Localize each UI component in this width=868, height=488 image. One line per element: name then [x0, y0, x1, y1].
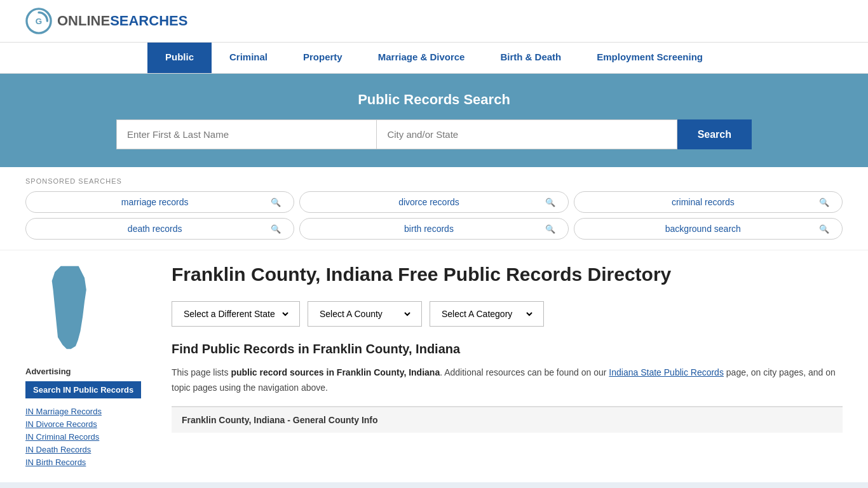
sponsored-birth-text: birth records — [313, 224, 545, 234]
sidebar-link-divorce[interactable]: IN Divorce Records — [25, 419, 97, 429]
county-dropdown-container[interactable]: Select A County — [308, 301, 422, 327]
site-header: G ONLINESEARCHES — [0, 0, 868, 43]
find-records-title: Find Public Records in Franklin County, … — [172, 342, 843, 356]
nav-criminal[interactable]: Criminal — [212, 43, 285, 73]
logo[interactable]: G ONLINESEARCHES — [25, 8, 187, 34]
sidebar-link-marriage[interactable]: IN Marriage Records — [25, 407, 102, 416]
description-before: This page lists — [172, 367, 231, 377]
sponsored-marriage[interactable]: marriage records 🔍 — [25, 191, 294, 213]
sponsored-grid: marriage records 🔍 divorce records 🔍 cri… — [25, 191, 843, 240]
page-title: Franklin County, Indiana Free Public Rec… — [172, 263, 843, 286]
main-nav: Public Criminal Property Marriage & Divo… — [0, 43, 868, 74]
search-hero: Public Records Search Search — [0, 74, 868, 167]
indiana-records-link[interactable]: Indiana State Public Records — [609, 367, 724, 377]
search-hero-title: Public Records Search — [25, 92, 843, 108]
sponsored-death[interactable]: death records 🔍 — [25, 218, 294, 240]
sponsored-birth[interactable]: birth records 🔍 — [299, 218, 568, 240]
general-info-bar: Franklin County, Indiana - General Count… — [172, 406, 843, 433]
description-after: . Additional resources can be found on o… — [440, 367, 609, 377]
county-dropdown[interactable]: Select A County — [317, 308, 412, 320]
state-map — [25, 263, 153, 354]
search-icon-birth: 🔍 — [545, 224, 555, 234]
logo-text: ONLINESEARCHES — [57, 13, 187, 29]
indiana-map-svg — [25, 263, 108, 352]
nav-property[interactable]: Property — [285, 43, 360, 73]
sponsored-death-text: death records — [39, 224, 271, 234]
search-icon-divorce: 🔍 — [545, 198, 555, 207]
sponsored-criminal[interactable]: criminal records 🔍 — [574, 191, 843, 213]
state-dropdown-container[interactable]: Select a Different State — [172, 301, 300, 327]
svg-marker-2 — [52, 266, 86, 349]
category-dropdown-container[interactable]: Select A Category — [430, 301, 544, 327]
content-layout: Advertising Search IN Public Records IN … — [0, 250, 868, 482]
description-text: This page lists public record sources in… — [172, 365, 843, 396]
sponsored-criminal-text: criminal records — [587, 197, 819, 207]
search-icon-background: 🔍 — [819, 224, 829, 234]
sidebar-ad-button[interactable]: Search IN Public Records — [25, 381, 141, 398]
sidebar: Advertising Search IN Public Records IN … — [25, 263, 153, 470]
svg-text:G: G — [36, 17, 42, 26]
search-button[interactable]: Search — [677, 119, 752, 149]
sidebar-link-birth[interactable]: IN Birth Records — [25, 458, 86, 467]
sponsored-section: SPONSORED SEARCHES marriage records 🔍 di… — [0, 167, 868, 250]
sidebar-link-criminal[interactable]: IN Criminal Records — [25, 432, 99, 442]
sidebar-link-death[interactable]: IN Death Records — [25, 445, 91, 454]
sponsored-marriage-text: marriage records — [39, 197, 271, 207]
sponsored-background[interactable]: background search 🔍 — [574, 218, 843, 240]
sponsored-divorce-text: divorce records — [313, 197, 545, 207]
search-icon-death: 🔍 — [271, 224, 281, 234]
main-container: SPONSORED SEARCHES marriage records 🔍 di… — [0, 167, 868, 482]
nav-public[interactable]: Public — [147, 43, 212, 73]
sponsored-label: SPONSORED SEARCHES — [25, 177, 843, 185]
nav-birth-death[interactable]: Birth & Death — [482, 43, 579, 73]
advertising-label: Advertising — [25, 367, 153, 376]
main-content: Franklin County, Indiana Free Public Rec… — [172, 263, 843, 470]
description-bold: public record sources in Franklin County… — [231, 367, 440, 377]
search-icon-marriage: 🔍 — [271, 198, 281, 207]
logo-icon: G — [25, 8, 52, 34]
sponsored-divorce[interactable]: divorce records 🔍 — [299, 191, 568, 213]
search-icon-criminal: 🔍 — [819, 198, 829, 207]
search-location-input[interactable] — [376, 119, 677, 149]
state-dropdown[interactable]: Select a Different State — [181, 308, 290, 320]
search-form: Search — [116, 119, 752, 149]
search-name-input[interactable] — [116, 119, 376, 149]
dropdowns-row: Select a Different State Select A County… — [172, 301, 843, 327]
sponsored-background-text: background search — [587, 224, 819, 234]
category-dropdown[interactable]: Select A Category — [439, 308, 534, 320]
nav-marriage-divorce[interactable]: Marriage & Divorce — [360, 43, 483, 73]
sidebar-links: IN Marriage Records IN Divorce Records I… — [25, 406, 153, 467]
nav-employment[interactable]: Employment Screening — [579, 43, 721, 73]
